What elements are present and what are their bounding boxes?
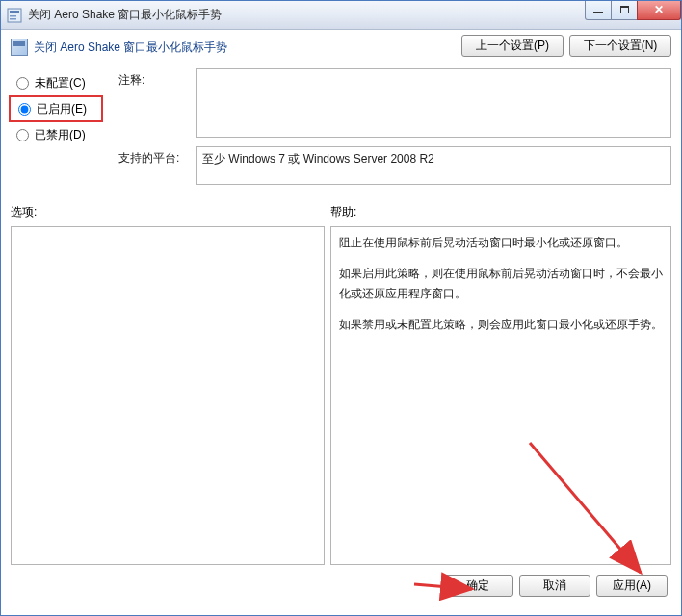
- content-area: 关闭 Aero Shake 窗口最小化鼠标手势 上一个设置(P) 下一个设置(N…: [1, 30, 681, 615]
- apply-button[interactable]: 应用(A): [596, 575, 668, 597]
- radio-disabled[interactable]: 已禁用(D): [11, 122, 118, 147]
- app-icon: [7, 8, 22, 23]
- ok-button[interactable]: 确定: [442, 575, 513, 597]
- supported-on-box: 至少 Windows 7 或 Windows Server 2008 R2: [196, 146, 671, 185]
- close-button[interactable]: ✕: [637, 1, 681, 20]
- minimize-button[interactable]: [585, 1, 612, 20]
- button-bar: 确定 取消 应用(A): [11, 565, 671, 605]
- help-pane[interactable]: 阻止在使用鼠标前后晃动活动窗口时最小化或还原窗口。 如果启用此策略，则在使用鼠标…: [330, 226, 671, 565]
- help-paragraph: 如果启用此策略，则在使用鼠标前后晃动活动窗口时，不会最小化或还原应用程序窗口。: [339, 264, 663, 303]
- comment-textarea[interactable]: [196, 68, 671, 138]
- header-row: 关闭 Aero Shake 窗口最小化鼠标手势 上一个设置(P) 下一个设置(N…: [11, 38, 671, 57]
- window-controls: ✕: [586, 1, 681, 20]
- options-label: 选项:: [11, 204, 330, 220]
- help-paragraph: 如果禁用或未配置此策略，则会应用此窗口最小化或还原手势。: [339, 315, 663, 334]
- svg-rect-1: [10, 11, 19, 13]
- next-setting-button[interactable]: 下一个设置(N): [569, 35, 671, 57]
- svg-rect-2: [10, 15, 16, 17]
- comment-label: 注释:: [118, 68, 196, 141]
- prev-setting-button[interactable]: 上一个设置(P): [461, 35, 564, 57]
- window-title: 关闭 Aero Shake 窗口最小化鼠标手势: [28, 7, 586, 23]
- options-pane[interactable]: [11, 226, 325, 565]
- cancel-button[interactable]: 取消: [519, 575, 590, 597]
- radio-not-configured[interactable]: 未配置(C): [11, 70, 118, 95]
- radio-label: 未配置(C): [35, 75, 86, 91]
- policy-icon: [11, 38, 28, 56]
- supported-on-label: 支持的平台:: [118, 146, 196, 185]
- policy-editor-window: 关闭 Aero Shake 窗口最小化鼠标手势 ✕ 关闭 Aero Shake …: [0, 0, 682, 616]
- title-bar: 关闭 Aero Shake 窗口最小化鼠标手势 ✕: [1, 1, 681, 30]
- radio-label: 已启用(E): [37, 101, 87, 117]
- help-paragraph: 阻止在使用鼠标前后晃动活动窗口时最小化或还原窗口。: [339, 233, 663, 252]
- supported-on-text: 至少 Windows 7 或 Windows Server 2008 R2: [202, 152, 434, 166]
- help-label: 帮助:: [330, 204, 671, 220]
- radio-label: 已禁用(D): [35, 127, 86, 143]
- radio-enabled[interactable]: 已启用(E): [13, 97, 87, 120]
- svg-rect-3: [10, 18, 16, 20]
- maximize-button[interactable]: [611, 1, 638, 20]
- policy-title: 关闭 Aero Shake 窗口最小化鼠标手势: [34, 39, 456, 56]
- state-radio-group: 未配置(C) 已启用(E) 已禁用(D): [11, 68, 118, 185]
